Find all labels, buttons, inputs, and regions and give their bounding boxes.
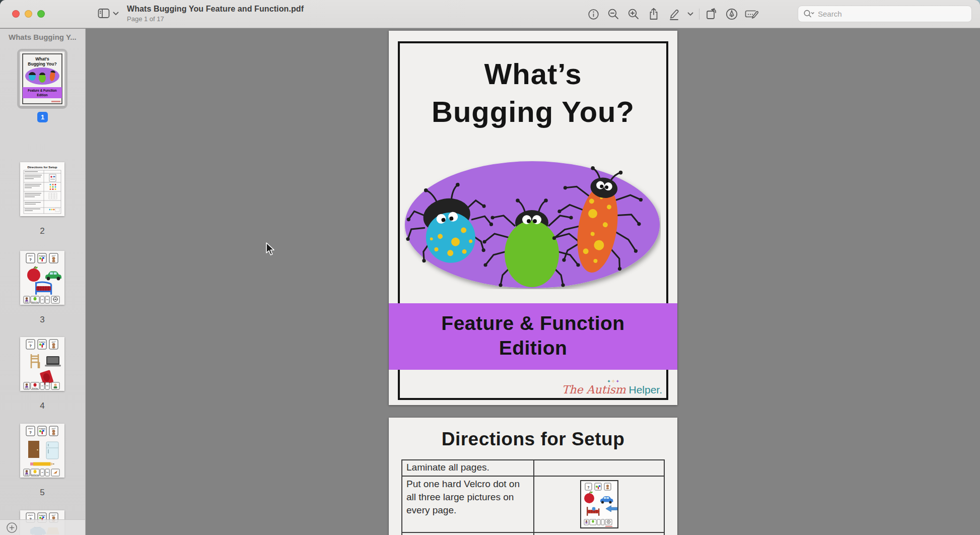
search-icon [803, 10, 814, 18]
svg-text:Oh no!: Oh no! [25, 474, 29, 476]
thumbnail-page-1[interactable]: What’s Bugging You? Feature & Function E… [20, 52, 64, 106]
cover-title: What’s Bugging You? [389, 55, 677, 130]
svg-text:bugging: bugging [39, 255, 45, 257]
page-num-2: 2 [20, 226, 64, 236]
svg-text:the: the [46, 385, 49, 387]
highlight-pen-button[interactable] [664, 4, 684, 24]
thumbnail-page-3[interactable]: what’s ? bugging you? [20, 251, 64, 305]
svg-text:you?: you? [52, 428, 55, 430]
svg-text:A red bug: A red bug [32, 387, 38, 389]
share-button[interactable] [644, 4, 664, 24]
page-num-3: 3 [20, 315, 64, 325]
svg-text:on: on [41, 299, 43, 301]
pdf-page-2: Directions for Setup Laminate all pages.… [389, 418, 677, 535]
svg-text:Oh no!: Oh no! [25, 387, 29, 389]
sidebar-document-name: Whats Bugging Y... [9, 33, 77, 41]
bugs-illustration [404, 160, 661, 289]
thumb3-top-cards: what’s ? bugging you? [26, 253, 58, 263]
thumb4-top-cards: what’s ? bugging you? [26, 340, 58, 349]
thumb1-banner-line1: Feature & Function [28, 89, 57, 92]
svg-text:you?: you? [52, 514, 55, 516]
page-num-5: 5 [20, 488, 64, 498]
table-row: Put one hard Velcro dot on all three lar… [402, 476, 664, 532]
svg-text:the: the [46, 472, 49, 474]
thumb5-pencil [30, 462, 54, 466]
svg-text:on: on [41, 472, 43, 474]
velcro-example-image: ? [580, 480, 618, 528]
thumb5-fridge [46, 442, 58, 459]
svg-text:what’s: what’s [28, 514, 33, 516]
svg-text:on: on [41, 385, 43, 387]
autism-helper-logo: ✦✧✦ The Autism Helper. [558, 382, 664, 396]
svg-text:Oh no!: Oh no! [25, 301, 29, 303]
thumb1-banner-line2: Edition [37, 93, 47, 97]
svg-text:bugging: bugging [39, 341, 45, 343]
banner-line2: Edition [389, 336, 677, 360]
rotate-button[interactable] [702, 4, 722, 24]
fill-sign-button[interactable] [742, 4, 762, 24]
thumbnail-page-2[interactable]: Directions for Setup [20, 162, 64, 216]
direction-text: Laminate all pages. [402, 460, 534, 476]
page-num-4: 4 [20, 401, 64, 411]
svg-text:the: the [46, 299, 49, 301]
thumb5-top-cards: what’s ? bugging you? [26, 426, 58, 436]
thumb1-title-line1: What’s [35, 56, 49, 61]
search-input[interactable] [818, 10, 966, 18]
zoom-window-button[interactable] [37, 10, 45, 18]
close-button[interactable] [12, 10, 20, 18]
page-indicator: Page 1 of 17 [127, 15, 304, 23]
document-canvas[interactable]: What’s Bugging You? [86, 29, 980, 535]
info-button[interactable] [583, 4, 603, 24]
thumb4-laptop [45, 356, 61, 367]
zoom-out-button[interactable] [603, 4, 623, 24]
logo-stars: ✦✧✦ [607, 379, 620, 384]
preview-window: Whats Bugging You Feature and Function.p… [0, 0, 980, 535]
toolbar-separator [699, 9, 699, 20]
chevron-down-icon[interactable] [113, 12, 119, 16]
svg-text:?: ? [29, 257, 32, 262]
svg-text:bugging: bugging [39, 428, 45, 430]
table-row: Laminate all pages. [402, 460, 664, 476]
search-field[interactable] [798, 6, 972, 22]
cover-title-line1: What’s [389, 55, 677, 93]
thumb1-title-line2: Bugging You? [28, 61, 56, 66]
direction-illustration-cell [534, 533, 664, 535]
sidebar-toggle-icon[interactable] [98, 8, 110, 19]
directions-table: Laminate all pages. Put one hard Velcro … [401, 459, 665, 535]
logo-script-text: The Autism [562, 383, 626, 396]
thumbnail-sidebar: Whats Bugging Y... What’s Bugging You? [0, 29, 86, 535]
document-title-block: Whats Bugging You Feature and Function.p… [127, 5, 304, 23]
banner-line1: Feature & Function [389, 311, 677, 336]
svg-text:A green bug: A green bug [32, 301, 39, 303]
cover-title-line2: Bugging You? [389, 93, 677, 130]
table-row-clipped: Put soft Velcro on the back of all the b… [402, 532, 664, 535]
svg-text:bugging: bugging [39, 514, 45, 516]
direction-illustration-cell: ? [534, 477, 664, 532]
document-title: Whats Bugging You Feature and Function.p… [127, 5, 304, 14]
cover-banner: Feature & Function Edition [389, 303, 677, 370]
thumb5-door [28, 441, 39, 458]
thumbnail-page-5[interactable]: what’s ? bugging you? [20, 424, 64, 478]
thumb2-heading: Directions for Setup [27, 165, 57, 169]
thumbnail-page-4[interactable]: what’s ? bugging you? [20, 337, 64, 391]
svg-text:what’s: what’s [28, 428, 33, 430]
thumb4-sentence-strip: Oh no! A red bug on the [24, 382, 59, 389]
svg-text:?: ? [29, 344, 32, 348]
svg-text:what’s: what’s [28, 255, 33, 257]
svg-text:you?: you? [52, 255, 55, 257]
traffic-lights [12, 10, 45, 18]
pdf-page-1: What’s Bugging You? [389, 31, 677, 405]
thumb5-sentence-strip: Oh no! A yellow bug on the [24, 469, 59, 476]
zoom-in-button[interactable] [623, 4, 644, 24]
selected-page-badge: 1 [37, 112, 48, 122]
svg-text:you?: you? [52, 341, 55, 343]
sidebar-bottom-bar [0, 519, 85, 535]
svg-text:?: ? [29, 430, 32, 435]
markup-pen-circle-button[interactable] [722, 4, 742, 24]
minimize-button[interactable] [25, 10, 32, 18]
add-page-button[interactable] [6, 522, 18, 535]
pen-options-chevron[interactable] [684, 4, 697, 24]
thumb3-sentence-strip: Oh no! A green bug on the [24, 296, 59, 303]
directions-heading: Directions for Setup [389, 429, 677, 450]
mouse-cursor [265, 242, 276, 258]
